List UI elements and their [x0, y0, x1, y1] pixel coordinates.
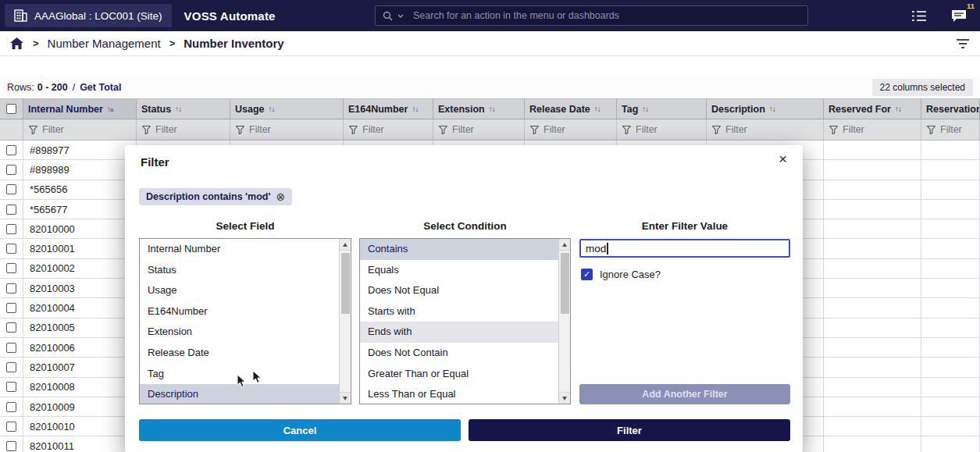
row-checkbox[interactable] — [6, 343, 16, 353]
row-checkbox[interactable] — [6, 224, 16, 234]
remove-filter-icon[interactable]: ⊗ — [276, 191, 285, 202]
breadcrumb-number-inventory[interactable]: Number Inventory — [184, 37, 283, 50]
row-checkbox[interactable] — [6, 165, 16, 175]
cancel-button[interactable]: Cancel — [139, 419, 461, 441]
row-checkbox[interactable] — [6, 382, 16, 392]
add-another-filter-button[interactable]: Add Another Filter — [579, 384, 790, 404]
select-all-checkbox[interactable] — [6, 104, 16, 114]
sort-toggle-icon: ↑↓ — [594, 105, 600, 113]
column-header-internal-number[interactable]: Internal Number↑a — [23, 99, 137, 119]
empty-cell — [921, 378, 980, 397]
field-option-release-date[interactable]: Release Date — [140, 343, 339, 364]
row-checkbox[interactable] — [6, 441, 16, 451]
field-option-extension[interactable]: Extension — [140, 322, 339, 343]
filter-value-input[interactable]: mod — [579, 239, 790, 258]
row-checkbox[interactable] — [6, 322, 16, 333]
filter-lines-icon[interactable] — [955, 37, 971, 50]
empty-cell — [921, 219, 980, 239]
filter-input-release-date[interactable]: Filter — [525, 119, 617, 141]
field-option-tag[interactable]: Tag — [140, 364, 339, 385]
empty-cell — [921, 141, 980, 160]
row-checkbox[interactable] — [6, 283, 16, 294]
empty-cell — [824, 436, 921, 452]
empty-cell — [921, 338, 980, 358]
close-icon[interactable]: × — [779, 151, 787, 166]
filter-input-internal-number[interactable]: Filter — [23, 119, 137, 141]
column-header-reserved-for[interactable]: Reserved For↑↓ — [824, 99, 921, 119]
column-header-status[interactable]: Status↑↓ — [137, 99, 230, 119]
condition-list-scrollbar[interactable] — [558, 239, 570, 404]
sort-toggle-icon: ↑↓ — [412, 105, 418, 113]
filter-input-status[interactable]: Filter — [137, 119, 230, 141]
columns-selected-button[interactable]: 22 columns selected — [872, 79, 973, 96]
condition-option-contains[interactable]: Contains — [360, 239, 558, 260]
row-checkbox[interactable] — [6, 263, 16, 273]
row-checkbox[interactable] — [6, 244, 16, 254]
row-checkbox[interactable] — [6, 184, 16, 194]
filter-checkbox-spacer — [0, 119, 23, 141]
row-checkbox[interactable] — [6, 205, 16, 215]
field-option-e164number[interactable]: E164Number — [140, 301, 339, 322]
internal-number-cell: 82010006 — [23, 338, 137, 358]
filter-input-e164number[interactable]: Filter — [344, 119, 433, 141]
sort-toggle-icon: ↑↓ — [769, 105, 775, 113]
scrollbar-thumb[interactable] — [561, 253, 569, 314]
scroll-up-icon[interactable] — [340, 239, 351, 251]
filter-input-usage[interactable]: Filter — [230, 119, 344, 141]
ignore-case-row[interactable]: ✓ Ignore Case? — [581, 269, 661, 280]
field-option-internal-number[interactable]: Internal Number — [140, 239, 339, 260]
condition-option-does-not-contain[interactable]: Does Not Contain — [360, 343, 558, 364]
breadcrumb-number-management[interactable]: Number Management — [48, 37, 161, 50]
empty-cell — [824, 397, 921, 417]
column-header-extension[interactable]: Extension↑↓ — [433, 99, 525, 119]
site-selector[interactable]: AAAGlobal : LOC001 (Site) — [5, 4, 172, 27]
filter-input-reservation-not[interactable]: Filter — [921, 119, 980, 141]
funnel-icon — [236, 126, 244, 134]
filter-input-description[interactable]: Filter — [707, 119, 824, 141]
condition-option-equals[interactable]: Equals — [360, 260, 558, 281]
condition-option-greater-than-or-equal[interactable]: Greater Than or Equal — [360, 364, 558, 385]
condition-option-starts-with[interactable]: Starts with — [360, 301, 558, 322]
field-option-usage[interactable]: Usage — [140, 280, 339, 301]
column-header-description[interactable]: Description↑↓ — [707, 99, 824, 119]
empty-cell — [921, 180, 980, 200]
empty-cell — [824, 417, 921, 436]
row-checkbox-cell — [0, 180, 23, 200]
scroll-up-icon[interactable] — [559, 239, 570, 251]
scroll-down-icon[interactable] — [559, 392, 570, 404]
row-checkbox-cell — [0, 338, 23, 358]
row-checkbox[interactable] — [6, 422, 16, 432]
condition-option-ends-with[interactable]: Ends with — [360, 322, 558, 343]
field-option-description[interactable]: Description — [140, 384, 339, 404]
get-total-link[interactable]: Get Total — [80, 82, 121, 93]
scroll-down-icon[interactable] — [340, 392, 351, 404]
column-header-e164number[interactable]: E164Number↑↓ — [344, 99, 433, 119]
column-header-tag[interactable]: Tag↑↓ — [617, 99, 707, 119]
filter-input-tag[interactable]: Filter — [617, 119, 707, 141]
home-icon[interactable] — [9, 37, 24, 50]
row-checkbox[interactable] — [6, 362, 16, 372]
row-checkbox[interactable] — [6, 145, 16, 155]
column-header-release-date[interactable]: Release Date↑↓ — [525, 99, 617, 119]
condition-option-does-not-equal[interactable]: Does Not Equal — [360, 280, 558, 301]
row-checkbox-cell — [0, 200, 23, 219]
field-option-status[interactable]: Status — [140, 260, 339, 281]
row-checkbox[interactable] — [6, 303, 16, 313]
column-header-reservation-not[interactable]: Reservation not↑↓ — [921, 99, 980, 119]
active-filter-chip: Description contains 'mod' ⊗ — [139, 188, 292, 205]
ignore-case-checkbox[interactable]: ✓ — [581, 269, 593, 280]
global-search-input[interactable]: Search for an action in the menu or dash… — [375, 5, 808, 26]
column-label: Tag — [622, 104, 638, 115]
filter-input-reserved-for[interactable]: Filter — [824, 119, 921, 141]
chat-icon[interactable]: 11 — [950, 9, 968, 23]
internal-number-cell: 82010003 — [23, 279, 137, 298]
filter-input-extension[interactable]: Filter — [433, 119, 525, 141]
field-list-scrollbar[interactable] — [339, 239, 351, 404]
scrollbar-thumb[interactable] — [341, 253, 350, 314]
row-checkbox[interactable] — [6, 402, 16, 412]
condition-option-less-than-or-equal[interactable]: Less Than or Equal — [360, 384, 558, 404]
numbered-list-icon[interactable] — [911, 9, 927, 23]
column-header-usage[interactable]: Usage↑↓ — [230, 99, 344, 119]
empty-cell — [921, 200, 980, 219]
filter-button[interactable]: Filter — [469, 419, 790, 441]
